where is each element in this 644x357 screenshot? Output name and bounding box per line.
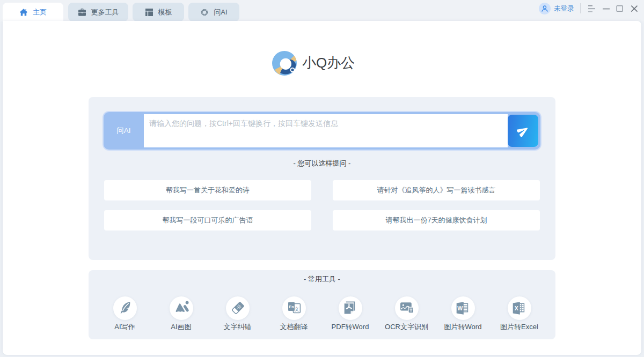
svg-text:W: W <box>457 305 463 311</box>
svg-text:X: X <box>514 305 518 311</box>
svg-text:文: 文 <box>294 307 299 312</box>
svg-text:En: En <box>289 304 294 309</box>
